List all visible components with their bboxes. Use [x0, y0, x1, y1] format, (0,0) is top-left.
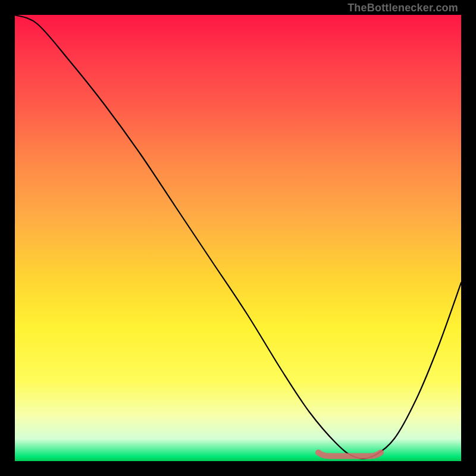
chart-frame: TheBottlenecker.com [15, 15, 461, 461]
plot-area [15, 15, 461, 461]
bottleneck-curve-line [15, 15, 461, 459]
watermark-text: TheBottlenecker.com [347, 2, 458, 14]
optimal-range-marker [318, 453, 381, 456]
curve-overlay [15, 15, 461, 461]
